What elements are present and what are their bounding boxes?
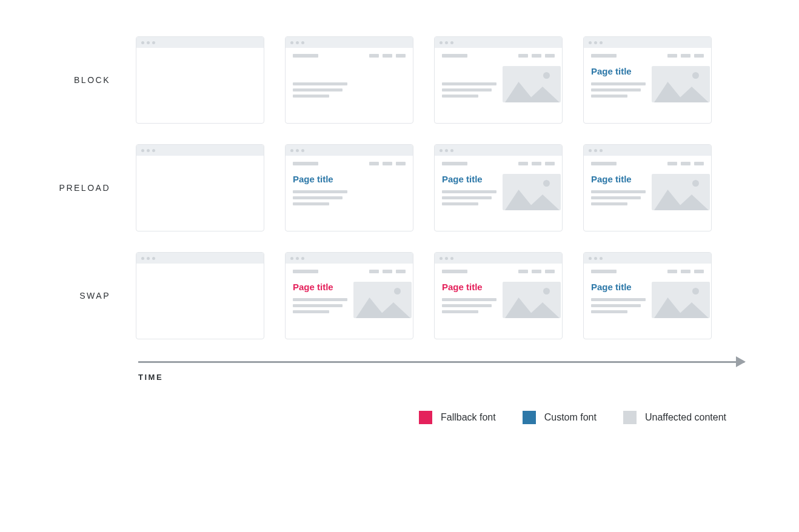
browser-chrome [136,37,264,48]
text-line-placeholder [293,304,343,307]
text-line-placeholder [293,95,329,98]
legend-label: Fallback font [441,412,496,423]
text-line-placeholder [591,196,641,199]
text-line-placeholder [442,298,496,301]
text-line-placeholder [442,95,478,98]
nav-links-placeholder [667,54,704,58]
window-dot-icon [296,41,299,44]
stage-list: Page titlePage titlePage title [136,36,712,124]
nav-placeholder [591,270,704,273]
window-dot-icon [589,257,592,260]
paragraph-placeholder [442,82,496,98]
paragraph-placeholder [591,82,646,98]
window-dot-icon [440,149,443,152]
nav-link-placeholder [694,162,704,165]
browser-chrome [435,37,562,48]
nav-link-placeholder [681,162,690,165]
title-column: Page title [293,66,347,98]
browser-body: Page title [435,264,562,339]
nav-placeholder [293,54,406,58]
title-column: Page title [591,174,646,205]
browser-chrome [435,253,562,264]
strategy-rows: BLOCKPage titlePage titlePage titlePRELO… [42,36,757,339]
strategy-row: BLOCKPage titlePage titlePage title [42,36,757,124]
nav-placeholder [293,270,406,273]
title-column: Page title [293,282,347,313]
image-column [652,66,710,102]
window-dot-icon [296,149,299,152]
nav-placeholder [442,54,555,58]
sun-icon [692,180,699,187]
strategy-row: SWAPPage titlePage titlePage title [42,252,757,339]
text-line-placeholder [591,310,627,313]
paragraph-placeholder [591,190,646,205]
nav-link-placeholder [396,54,406,58]
swatch-custom-icon [523,411,536,424]
window-dot-icon [147,149,150,152]
stage-list: Page titlePage titlePage title [136,252,712,339]
browser-body [136,156,264,231]
content-row: Page title [591,174,704,210]
nav-link-placeholder [545,270,555,273]
browser-mock: Page title [583,36,712,124]
image-column [652,282,710,318]
browser-mock: Page title [285,36,413,124]
content-row: Page title [293,282,406,318]
nav-link-placeholder [681,54,690,58]
nav-link-placeholder [518,54,528,58]
mountains-icon [652,81,710,102]
nav-placeholder [442,162,555,165]
browser-chrome [286,145,413,156]
browser-mock [136,252,264,339]
nav-links-placeholder [369,162,406,165]
text-line-placeholder [591,190,646,193]
nav-placeholder [442,270,555,273]
mountains-icon [503,188,561,210]
text-line-placeholder [293,88,343,91]
window-dot-icon [440,257,443,260]
browser-chrome [435,145,562,156]
text-line-placeholder [293,190,347,193]
text-line-placeholder [293,82,347,85]
browser-body: Page title [286,156,413,231]
font-loading-diagram: BLOCKPage titlePage titlePage titlePRELO… [42,36,757,424]
image-placeholder-icon [652,282,710,318]
axis-label: TIME [138,373,757,382]
sun-icon [543,180,550,187]
browser-chrome [584,37,711,48]
browser-mock: Page title [434,36,563,124]
image-placeholder-icon [503,174,561,210]
browser-chrome [136,253,264,264]
image-column [652,174,710,210]
browser-body: Page title [435,48,562,123]
window-dot-icon [147,257,150,260]
browser-body: Page title [584,264,711,339]
nav-links-placeholder [667,162,704,165]
content-row: Page title [442,174,555,210]
nav-logo-placeholder [591,54,617,58]
text-line-placeholder [442,304,492,307]
mountains-icon [503,81,561,102]
nav-links-placeholder [369,54,406,58]
browser-mock [136,36,264,124]
window-dot-icon [594,257,597,260]
nav-links-placeholder [518,54,555,58]
browser-chrome [136,145,264,156]
title-column: Page title [442,282,496,313]
image-placeholder-icon [503,282,561,318]
legend-label: Custom font [544,412,597,423]
nav-links-placeholder [518,162,555,165]
legend-label: Unaffected content [645,412,726,423]
window-dot-icon [290,149,293,152]
nav-logo-placeholder [442,270,467,273]
window-dot-icon [600,41,603,44]
window-dot-icon [594,41,597,44]
image-placeholder-icon [503,66,561,102]
text-line-placeholder [442,196,492,199]
browser-body: Page title [584,48,711,123]
nav-link-placeholder [383,54,392,58]
swatch-fallback-icon [419,411,432,424]
paragraph-placeholder [442,298,496,313]
mountains-icon [503,296,561,318]
mountains-icon [652,296,710,318]
